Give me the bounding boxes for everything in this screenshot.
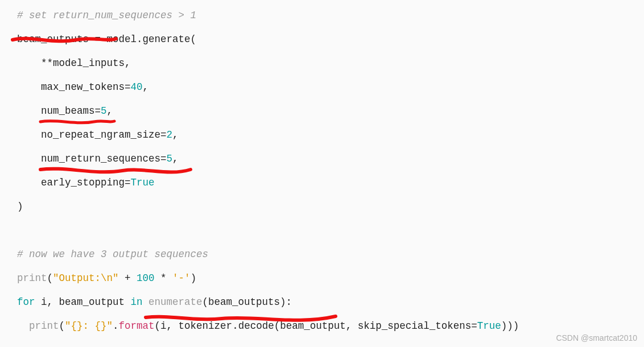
code-text: ))) (501, 320, 519, 332)
code-number: 5 (167, 153, 173, 164)
code-text: no_repeat_ngram_size= (17, 129, 167, 141)
watermark: CSDN @smartcat2010 (556, 333, 637, 342)
code-text: * (155, 272, 173, 284)
code-keyword: in (131, 296, 143, 308)
code-number: 100 (137, 272, 155, 284)
code-number: 2 (167, 129, 173, 141)
code-number: 5 (101, 105, 107, 117)
code-text: i, beam_output (35, 296, 131, 308)
code-text: ) (17, 201, 23, 212)
code-text: **model_inputs (17, 57, 125, 69)
code-string: "Output:\n" (53, 272, 119, 284)
code-comment: # now we have 3 output sequences (17, 249, 208, 260)
code-builtin: print (17, 272, 47, 284)
code-func: format (119, 320, 155, 332)
code-block: # set return_num_sequences > 1 beam_outp… (0, 0, 644, 341)
code-number: 40 (131, 81, 143, 93)
code-text: , (143, 81, 149, 93)
code-text: ( (47, 272, 53, 284)
code-text: model (101, 34, 137, 45)
code-text: . (137, 34, 143, 45)
code-text: , (125, 57, 131, 69)
code-text: num_beams= (17, 105, 101, 117)
code-text: , (172, 129, 179, 141)
code-text: , (172, 153, 179, 164)
code-comment: # set return_num_sequences > 1 (17, 10, 196, 21)
code-text: , (107, 105, 113, 117)
code-text: ) (191, 272, 197, 284)
code-builtin: print (29, 320, 59, 332)
code-text: . (232, 320, 238, 332)
code-text: early_stopping= (17, 177, 131, 188)
code-text: decode (238, 320, 274, 332)
code-text: (beam_outputs): (203, 296, 292, 308)
code-text: beam_outputs (17, 34, 95, 45)
code-text: num_return_sequences= (17, 153, 167, 164)
code-keyword: True (477, 320, 501, 332)
code-text: + (119, 272, 137, 284)
code-text: generate (143, 34, 191, 45)
code-string: '-' (172, 272, 191, 284)
code-string: "{}: {}" (65, 320, 113, 332)
code-text (143, 296, 149, 308)
code-text (17, 320, 29, 332)
code-text: ( (191, 34, 197, 45)
code-keyword: True (131, 177, 155, 188)
code-text: (beam_output, skip_special_tokens= (274, 320, 477, 332)
code-text: = (95, 34, 101, 45)
code-builtin: enumerate (148, 296, 203, 308)
code-text: . (113, 320, 119, 332)
code-text: max_new_tokens= (17, 81, 131, 93)
code-text: ( (59, 320, 65, 332)
code-keyword: for (17, 296, 35, 308)
code-text: (i, tokenizer (155, 320, 233, 332)
